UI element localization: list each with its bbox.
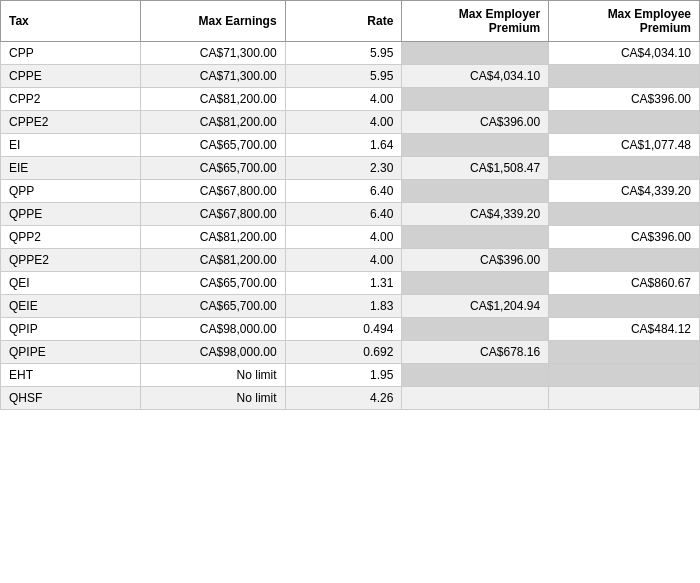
cell-max-earnings: No limit [140, 364, 285, 387]
cell-max-earnings: CA$71,300.00 [140, 42, 285, 65]
table-row: QPPE2CA$81,200.004.00CA$396.00 [1, 249, 700, 272]
cell-rate: 4.26 [285, 387, 402, 410]
table-row: QEICA$65,700.001.31CA$860.67 [1, 272, 700, 295]
tax-table: Tax Max Earnings Rate Max Employer Premi… [0, 0, 700, 410]
cell-max-earnings: No limit [140, 387, 285, 410]
cell-max-employer [402, 134, 549, 157]
cell-tax: EI [1, 134, 141, 157]
table-row: QPP2CA$81,200.004.00CA$396.00 [1, 226, 700, 249]
cell-max-earnings: CA$65,700.00 [140, 295, 285, 318]
cell-max-earnings: CA$98,000.00 [140, 318, 285, 341]
cell-tax: QPIPE [1, 341, 141, 364]
cell-max-earnings: CA$65,700.00 [140, 134, 285, 157]
cell-max-employee [549, 203, 700, 226]
table-row: QEIECA$65,700.001.83CA$1,204.94 [1, 295, 700, 318]
cell-rate: 5.95 [285, 42, 402, 65]
cell-max-employer: CA$1,508.47 [402, 157, 549, 180]
table-row: EHTNo limit1.95 [1, 364, 700, 387]
cell-max-employer [402, 364, 549, 387]
cell-max-employer: CA$4,034.10 [402, 65, 549, 88]
table-row: QPPECA$67,800.006.40CA$4,339.20 [1, 203, 700, 226]
cell-tax: CPPE [1, 65, 141, 88]
cell-max-employee: CA$4,034.10 [549, 42, 700, 65]
cell-max-employer [402, 88, 549, 111]
cell-max-employee [549, 295, 700, 318]
cell-tax: CPP [1, 42, 141, 65]
cell-max-employer: CA$678.16 [402, 341, 549, 364]
cell-rate: 0.494 [285, 318, 402, 341]
cell-max-employee: CA$4,339.20 [549, 180, 700, 203]
cell-tax: QPPE2 [1, 249, 141, 272]
cell-tax: CPP2 [1, 88, 141, 111]
cell-rate: 4.00 [285, 88, 402, 111]
cell-max-employee [549, 65, 700, 88]
cell-max-employee: CA$484.12 [549, 318, 700, 341]
cell-rate: 6.40 [285, 180, 402, 203]
cell-max-employer: CA$396.00 [402, 249, 549, 272]
cell-max-earnings: CA$67,800.00 [140, 180, 285, 203]
cell-max-earnings: CA$67,800.00 [140, 203, 285, 226]
cell-max-earnings: CA$71,300.00 [140, 65, 285, 88]
cell-rate: 1.95 [285, 364, 402, 387]
cell-max-employer: CA$4,339.20 [402, 203, 549, 226]
table-row: CPPE2CA$81,200.004.00CA$396.00 [1, 111, 700, 134]
table-row: EICA$65,700.001.64CA$1,077.48 [1, 134, 700, 157]
cell-max-employer [402, 272, 549, 295]
cell-rate: 6.40 [285, 203, 402, 226]
cell-max-employee [549, 364, 700, 387]
cell-max-employee: CA$1,077.48 [549, 134, 700, 157]
cell-tax: QPP [1, 180, 141, 203]
header-max-earnings: Max Earnings [140, 1, 285, 42]
cell-tax: QEIE [1, 295, 141, 318]
cell-tax: QPP2 [1, 226, 141, 249]
table-row: QPIPECA$98,000.000.692CA$678.16 [1, 341, 700, 364]
cell-max-employee: CA$396.00 [549, 226, 700, 249]
table-row: CPPCA$71,300.005.95CA$4,034.10 [1, 42, 700, 65]
cell-max-employer [402, 387, 549, 410]
cell-max-earnings: CA$81,200.00 [140, 88, 285, 111]
cell-max-earnings: CA$98,000.00 [140, 341, 285, 364]
cell-max-employer: CA$1,204.94 [402, 295, 549, 318]
cell-max-employee [549, 111, 700, 134]
cell-rate: 1.64 [285, 134, 402, 157]
cell-rate: 4.00 [285, 249, 402, 272]
cell-max-employer: CA$396.00 [402, 111, 549, 134]
cell-max-employee [549, 387, 700, 410]
cell-rate: 4.00 [285, 111, 402, 134]
cell-max-employee [549, 249, 700, 272]
cell-max-earnings: CA$81,200.00 [140, 226, 285, 249]
cell-rate: 0.692 [285, 341, 402, 364]
cell-max-earnings: CA$81,200.00 [140, 249, 285, 272]
cell-rate: 1.31 [285, 272, 402, 295]
cell-max-employer [402, 42, 549, 65]
cell-tax: QHSF [1, 387, 141, 410]
cell-max-employee: CA$396.00 [549, 88, 700, 111]
header-tax: Tax [1, 1, 141, 42]
table-row: QPPCA$67,800.006.40CA$4,339.20 [1, 180, 700, 203]
cell-tax: QPIP [1, 318, 141, 341]
header-max-employer: Max Employer Premium [402, 1, 549, 42]
cell-max-employer [402, 318, 549, 341]
header-max-employee: Max Employee Premium [549, 1, 700, 42]
cell-max-employer [402, 226, 549, 249]
cell-tax: CPPE2 [1, 111, 141, 134]
cell-max-employer [402, 180, 549, 203]
cell-max-employee [549, 157, 700, 180]
cell-max-employee [549, 341, 700, 364]
table-row: QHSFNo limit4.26 [1, 387, 700, 410]
table-row: EIECA$65,700.002.30CA$1,508.47 [1, 157, 700, 180]
cell-rate: 1.83 [285, 295, 402, 318]
header-rate: Rate [285, 1, 402, 42]
table-row: QPIPCA$98,000.000.494CA$484.12 [1, 318, 700, 341]
cell-max-earnings: CA$81,200.00 [140, 111, 285, 134]
cell-rate: 2.30 [285, 157, 402, 180]
cell-tax: QPPE [1, 203, 141, 226]
cell-max-earnings: CA$65,700.00 [140, 157, 285, 180]
cell-max-employee: CA$860.67 [549, 272, 700, 295]
cell-tax: EIE [1, 157, 141, 180]
table-row: CPPECA$71,300.005.95CA$4,034.10 [1, 65, 700, 88]
cell-max-earnings: CA$65,700.00 [140, 272, 285, 295]
cell-rate: 4.00 [285, 226, 402, 249]
table-row: CPP2CA$81,200.004.00CA$396.00 [1, 88, 700, 111]
cell-tax: QEI [1, 272, 141, 295]
